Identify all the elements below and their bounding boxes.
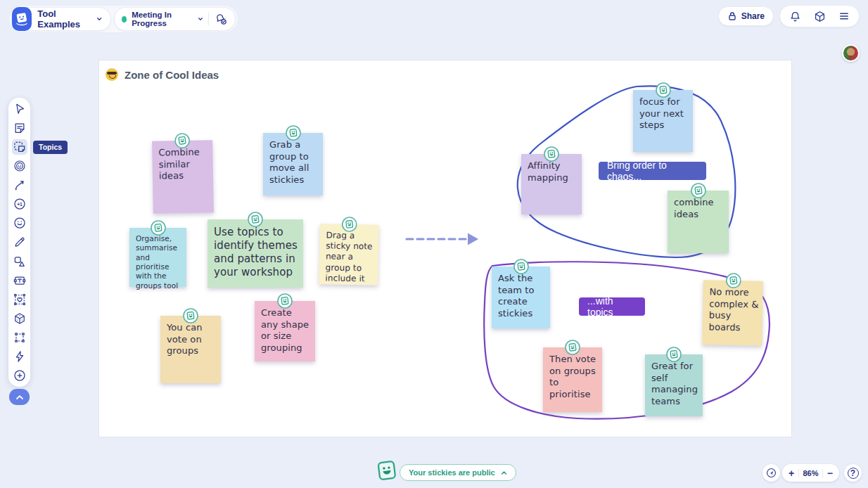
sticky-author-badge-icon	[151, 220, 166, 236]
vote-plus-one-icon: +1	[13, 197, 27, 211]
tool-topics[interactable]	[12, 139, 27, 155]
stickies-mascot-icon	[376, 458, 398, 484]
lightning-icon	[13, 349, 27, 364]
tool-emoji[interactable]	[12, 216, 27, 231]
sticky-author-badge-icon	[277, 293, 293, 309]
app-logo-icon[interactable]	[12, 7, 32, 31]
dice-icon	[13, 312, 27, 326]
sticky-author-badge-icon	[248, 212, 263, 227]
reaction-rings-icon	[13, 159, 27, 173]
sticky-text: Create any shape or size grouping	[255, 301, 315, 357]
tools-sidebar: +1	[8, 98, 30, 387]
tool-pencil[interactable]	[12, 235, 27, 250]
sunglasses-emoji-icon	[106, 68, 118, 81]
sticky-text: Drag a sticky note near a group to inclu…	[319, 224, 379, 288]
zoom-out-button[interactable]: −	[827, 468, 833, 478]
privacy-label: Your stickies are public	[409, 468, 495, 477]
tool-add[interactable]	[12, 368, 27, 383]
chevron-up-icon	[501, 470, 507, 475]
menu-hamburger-icon[interactable]	[838, 10, 850, 23]
sticky-note[interactable]: Drag a sticky note near a group to inclu…	[319, 224, 378, 285]
sticky-note[interactable]: Create any shape or size grouping	[255, 301, 315, 361]
share-button[interactable]: Share	[718, 6, 774, 26]
navigate-icon	[765, 467, 777, 479]
tool-select-cursor[interactable]	[12, 101, 27, 117]
board-menu[interactable]: Tool Examples	[11, 7, 111, 31]
sticky-author-badge-icon	[342, 217, 357, 232]
sticky-text: Ask the team to create stickies	[492, 267, 550, 323]
tool-reaction[interactable]	[12, 158, 27, 174]
tool-shapes[interactable]	[12, 254, 27, 269]
zone-title: Zone of Cool Ideas	[125, 69, 219, 81]
sticky-text: Then vote on groups to prioritise	[543, 347, 602, 404]
inventory-cube-icon[interactable]	[813, 10, 826, 23]
session-status-menu[interactable]: Meeting In Progress	[114, 7, 236, 31]
help-button[interactable]: ?	[844, 464, 862, 482]
tool-vote[interactable]: +1	[12, 196, 27, 212]
svg-text:+1: +1	[17, 202, 23, 207]
sticky-note[interactable]: Great for self managing teams	[645, 354, 703, 416]
sticky-author-badge-icon	[656, 82, 671, 98]
tool-quick-action[interactable]	[12, 349, 27, 364]
sticky-author-badge-icon	[544, 146, 559, 162]
sticky-note[interactable]: focus for your next steps	[633, 90, 693, 152]
sticky-note[interactable]: Then vote on groups to prioritise	[543, 347, 602, 412]
smiley-icon	[13, 216, 27, 230]
sticky-note[interactable]: Combine similar ideas	[152, 140, 214, 213]
tool-text[interactable]	[12, 273, 27, 288]
frame-icon	[13, 330, 27, 345]
sticky-author-badge-icon	[183, 308, 198, 323]
notifications-bell-icon[interactable]	[789, 10, 802, 23]
tool-sticky-note[interactable]	[12, 120, 27, 136]
sticker-heart-icon	[13, 293, 27, 307]
sticky-note[interactable]: Organise, summarise and prioritise with …	[129, 228, 186, 287]
zone-header: Zone of Cool Ideas	[106, 68, 219, 81]
sticky-author-badge-icon	[513, 259, 529, 274]
sticky-text: Great for self managing teams	[645, 354, 703, 411]
sticky-author-badge-icon	[725, 273, 741, 288]
collapse-toolbar-button[interactable]	[9, 389, 30, 405]
cursor-icon	[13, 102, 27, 116]
sticky-note-icon	[13, 121, 27, 135]
divider	[798, 469, 799, 477]
sticky-text: Organise, summarise and prioritise with …	[129, 228, 186, 294]
notifications-muted-icon[interactable]	[214, 12, 228, 26]
divider	[822, 469, 823, 477]
topic-label[interactable]: Bring order to chaos...	[599, 162, 706, 180]
topic-label[interactable]: ...with topics	[579, 297, 645, 316]
sticky-note[interactable]: combine ideas	[668, 191, 729, 253]
zoom-level[interactable]: 86%	[803, 469, 818, 477]
chevron-up-icon	[15, 394, 25, 401]
header-right-group: Share	[718, 5, 860, 27]
add-circle-icon	[13, 368, 27, 383]
sticky-note[interactable]: You can vote on groups	[160, 316, 221, 383]
status-dot-icon	[122, 16, 127, 23]
user-avatar[interactable]	[842, 44, 860, 62]
sticky-note[interactable]: No more complex & busy boards	[702, 280, 763, 345]
tool-sticker[interactable]	[12, 292, 27, 307]
privacy-status-button[interactable]: Your stickies are public	[400, 464, 516, 481]
tool-connector[interactable]	[12, 177, 27, 193]
recenter-button[interactable]	[762, 464, 780, 482]
tooltip-topics: Topics	[33, 141, 68, 154]
board-title: Tool Examples	[37, 8, 90, 30]
sticky-note[interactable]: Ask the team to create stickies	[492, 267, 550, 328]
question-mark-icon: ?	[848, 468, 859, 479]
divider	[208, 13, 209, 25]
sticky-text: Grab a group to move all stickies	[263, 133, 323, 189]
pencil-icon	[13, 235, 27, 249]
zoom-in-button[interactable]: +	[789, 468, 794, 478]
tool-dice[interactable]	[12, 311, 27, 326]
sticky-note[interactable]: Affinity mapping	[521, 154, 582, 214]
tool-frame[interactable]	[12, 330, 27, 345]
sticky-text: No more complex & busy boards	[702, 280, 762, 337]
sticky-note[interactable]: Grab a group to move all stickies	[263, 133, 323, 195]
chevron-down-icon	[198, 15, 203, 23]
sticky-author-badge-icon	[666, 347, 682, 362]
chevron-down-icon	[96, 15, 102, 23]
sticky-note[interactable]: Use topics to identify themes and patter…	[208, 219, 303, 288]
connector-icon	[13, 178, 27, 192]
zoom-controls: + 86% −	[782, 464, 839, 482]
lock-icon	[727, 11, 737, 21]
sticky-author-badge-icon	[174, 133, 190, 148]
